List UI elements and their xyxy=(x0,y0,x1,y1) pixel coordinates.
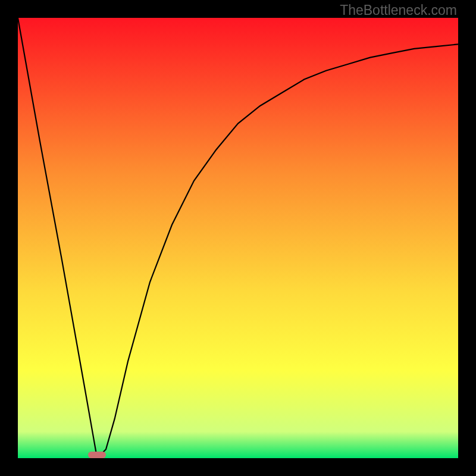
watermark-text: TheBottleneck.com xyxy=(340,2,457,18)
chart-frame xyxy=(18,18,458,458)
chart-background xyxy=(18,18,458,458)
minimum-marker xyxy=(88,452,106,458)
bottleneck-chart xyxy=(18,18,458,458)
